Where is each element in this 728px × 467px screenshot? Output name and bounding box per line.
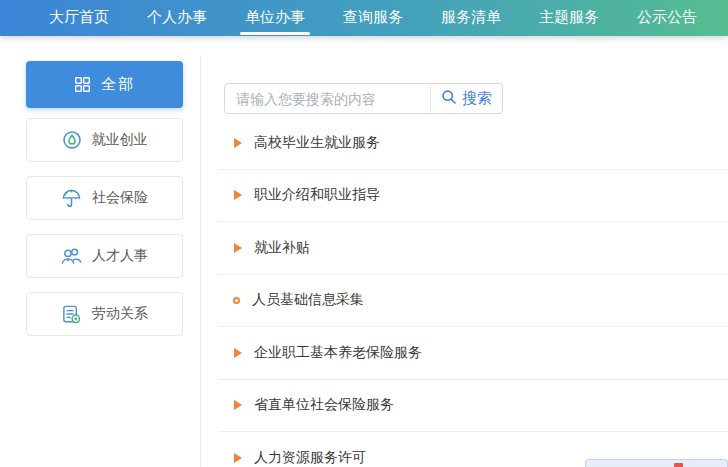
service-label: 省直单位社会保险服务: [254, 396, 394, 414]
nav-item-public-announcements[interactable]: 公示公告: [618, 0, 716, 36]
nav-item-unit-services[interactable]: 单位办事: [226, 0, 324, 36]
list-item-basic-personnel-info[interactable]: 人员基础信息采集: [218, 275, 728, 328]
sidebar-item-all[interactable]: 全部: [26, 61, 183, 108]
sidebar-item-label: 全部: [101, 75, 135, 94]
sidebar-item-social-insurance[interactable]: 社会保险: [26, 176, 183, 220]
sidebar-item-labor-relations[interactable]: 劳动关系: [26, 292, 183, 336]
list-item-enterprise-pension[interactable]: 企业职工基本养老保险服务: [218, 327, 728, 380]
nav-item-service-list[interactable]: 服务清单: [422, 0, 520, 36]
triangle-marker-icon: [234, 348, 242, 358]
sidebar-item-label: 就业创业: [92, 131, 148, 149]
triangle-marker-icon: [234, 138, 242, 148]
triangle-marker-icon: [234, 243, 242, 253]
sidebar-item-label: 人才人事: [92, 247, 148, 265]
list-item-employment-subsidy[interactable]: 就业补贴: [218, 222, 728, 275]
nav-item-theme-services[interactable]: 主题服务: [520, 0, 618, 36]
grid-icon: [74, 76, 91, 93]
list-item-provincial-social-insurance[interactable]: 省直单位社会保险服务: [218, 380, 728, 433]
list-item-career-intro-guidance[interactable]: 职业介绍和职业指导: [218, 170, 728, 223]
magnifier-icon: [441, 89, 457, 108]
people-icon: [61, 246, 82, 266]
triangle-marker-icon: [234, 453, 242, 463]
nav-item-hall-home[interactable]: 大厅首页: [30, 0, 128, 36]
circle-marker-icon: [233, 297, 240, 304]
service-label: 职业介绍和职业指导: [254, 186, 380, 204]
search-button-label: 搜索: [462, 89, 492, 108]
content-divider: [200, 55, 201, 467]
list-item-graduate-employment[interactable]: 高校毕业生就业服务: [218, 117, 728, 170]
search-input[interactable]: [225, 84, 430, 113]
sidebar-item-employment-startup[interactable]: 就业创业: [26, 118, 183, 162]
service-label: 高校毕业生就业服务: [254, 134, 380, 152]
sidebar-item-talent-personnel[interactable]: 人才人事: [26, 234, 183, 278]
service-label: 人力资源服务许可: [254, 449, 366, 467]
nav-item-personal-services[interactable]: 个人办事: [128, 0, 226, 36]
service-label: 就业补贴: [254, 239, 310, 257]
category-sidebar: 全部 就业创业 社会保险: [26, 61, 183, 350]
search-button[interactable]: 搜索: [430, 84, 502, 113]
search-box: 搜索: [224, 83, 503, 114]
document-badge-icon: [61, 304, 82, 325]
service-label: 企业职工基本养老保险服务: [254, 344, 422, 362]
unit-services-page: 大厅首页 个人办事 单位办事 查询服务 服务清单 主题服务 公示公告 全部: [0, 0, 728, 467]
red-icon-fragment: [674, 463, 683, 467]
triangle-marker-icon: [234, 190, 242, 200]
top-navigation-bar: 大厅首页 个人办事 单位办事 查询服务 服务清单 主题服务 公示公告: [0, 0, 728, 36]
employment-startup-icon: [62, 130, 82, 150]
sidebar-item-label: 社会保险: [92, 189, 148, 207]
umbrella-icon: [61, 188, 82, 209]
service-label: 人员基础信息采集: [252, 291, 364, 309]
floating-widget-partial[interactable]: [585, 459, 728, 467]
service-list: 高校毕业生就业服务 职业介绍和职业指导 就业补贴 人员基础信息采集 企业职工基本…: [218, 117, 728, 467]
nav-item-query-services[interactable]: 查询服务: [324, 0, 422, 36]
sidebar-item-label: 劳动关系: [92, 305, 148, 323]
triangle-marker-icon: [234, 400, 242, 410]
